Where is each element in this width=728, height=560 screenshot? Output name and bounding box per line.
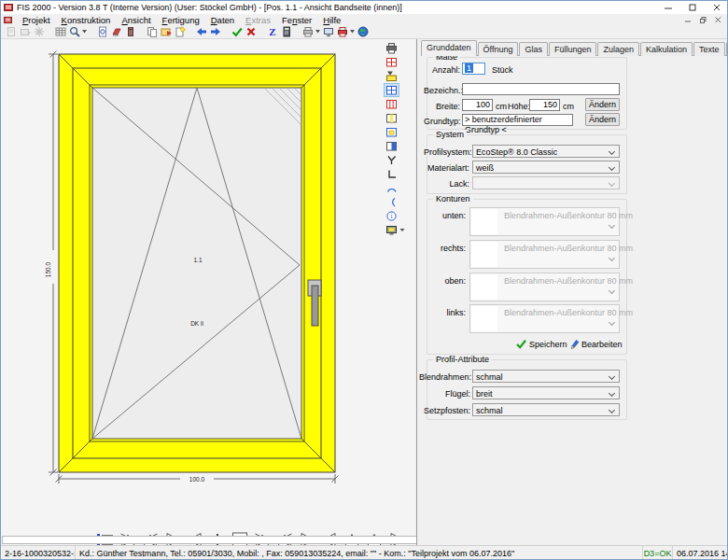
chevron-down-icon [609, 148, 615, 155]
profilsystem-select[interactable]: EcoStep® 8.0 Classic [472, 145, 620, 158]
open-position-icon[interactable] [18, 25, 32, 38]
grundtyp-label: Grundtyp: [424, 117, 460, 126]
kontur-links-select[interactable]: Blendrahmen-Außenkontur 80 mm [469, 304, 620, 333]
pane-half-blue-icon[interactable] [384, 139, 399, 153]
chevron-down-icon [609, 287, 615, 294]
menu-fenster[interactable]: Fenster [276, 15, 317, 25]
aendern-masse-button[interactable]: Ändern [585, 98, 620, 111]
menu-extras[interactable]: Extras [240, 15, 276, 25]
printer-red-dropdown-icon[interactable] [349, 25, 356, 38]
speichern-button[interactable]: Speichern [516, 339, 567, 349]
bearbeiten-button[interactable]: Bearbeiten [567, 339, 623, 349]
drawing-canvas[interactable]: 150.0 [1, 39, 415, 545]
menu-konstruktion[interactable]: Konstruktion [56, 15, 117, 25]
anzahl-input[interactable]: 1 [462, 63, 485, 75]
tab-kalkulation[interactable]: Kalkulation [640, 42, 693, 56]
menu-hilfe[interactable]: Hilfe [317, 15, 346, 25]
grundtyp-input[interactable]: > benutzerdefinierter Grundtyp < [462, 114, 573, 126]
status-position-id: 2-16-1000320532-1 [1, 546, 76, 560]
lack-select[interactable] [472, 176, 620, 189]
eraser-icon[interactable] [109, 25, 123, 38]
menu-fertigung[interactable]: Fertigung [157, 15, 205, 25]
arc-side-icon[interactable] [384, 195, 399, 209]
forward-arrow-icon[interactable] [208, 25, 222, 38]
new-document-icon[interactable] [173, 25, 187, 38]
tab-oeffnung[interactable]: Öffnung [478, 42, 519, 56]
tab-grunddaten[interactable]: Grunddaten [421, 40, 477, 56]
copy-icon[interactable] [145, 25, 159, 38]
profile-angle-icon[interactable] [384, 167, 399, 181]
mdi-restore-icon[interactable] [695, 15, 710, 25]
info-circle-icon[interactable]: i [384, 209, 399, 223]
plot-print-icon[interactable] [384, 41, 399, 55]
close-icon[interactable] [705, 1, 728, 14]
screen-view-icon[interactable] [321, 25, 335, 38]
chevron-down-icon [609, 373, 615, 380]
kontur-swatch [471, 274, 497, 300]
menu-ansicht[interactable]: Ansicht [116, 15, 156, 25]
svg-text:Z: Z [269, 26, 275, 37]
pane-yellow-box-icon[interactable] [384, 125, 399, 139]
screen-preview-icon[interactable] [384, 223, 399, 237]
table-view-icon[interactable] [53, 25, 67, 38]
materialart-select[interactable]: weiß [472, 161, 620, 174]
mdi-child-icon[interactable] [4, 16, 12, 24]
kontur-swatch [471, 242, 497, 267]
new-position-icon[interactable] [4, 25, 18, 38]
tab-zulagen[interactable]: Zulagen [597, 42, 639, 56]
mdi-close-icon[interactable] [710, 15, 725, 25]
printer-dropdown-icon[interactable] [315, 25, 321, 38]
hoehe-input[interactable]: 150 [529, 99, 560, 111]
kontur-unten-select[interactable]: Blendrahmen-Außenkontur 80 mm [469, 207, 620, 236]
cancel-x-icon[interactable] [244, 25, 258, 38]
delete-position-icon[interactable] [32, 25, 46, 38]
frame-red-cross-icon[interactable] [384, 55, 399, 69]
kontur-rechts-select[interactable]: Blendrahmen-Außenkontur 80 mm [469, 240, 620, 269]
breite-input[interactable]: 100 [462, 99, 493, 111]
fluegel-label: Flügel: [419, 389, 470, 399]
insert-position-icon[interactable] [384, 69, 399, 83]
window-drawing: 150.0 [1, 39, 415, 545]
print-preview-icon[interactable] [95, 25, 109, 38]
arc-top-icon[interactable] [384, 181, 399, 195]
dimension-height-label: 150.0 [45, 261, 51, 277]
status-datetime: 06.07.2016 14:04:26 [673, 546, 728, 560]
window-title: FIS 2000 - Version 3.8 T (Interne Versio… [17, 3, 656, 12]
printer-icon[interactable] [301, 25, 315, 38]
profile-section-icon[interactable] [384, 153, 399, 167]
menu-daten[interactable]: Daten [205, 15, 240, 25]
frame-blue-selected-icon[interactable] [384, 83, 399, 97]
calculator-icon[interactable] [279, 25, 293, 38]
tab-texte[interactable]: Texte [693, 42, 725, 56]
zoom-dropdown-icon[interactable] [81, 25, 88, 38]
tab-fuellungen[interactable]: Füllungen [549, 42, 597, 56]
svg-text:i: i [390, 212, 392, 220]
notes-icon[interactable] [123, 25, 137, 38]
kontur-oben-select[interactable]: Blendrahmen-Außenkontur 80 mm [469, 273, 620, 301]
chevron-down-icon [609, 164, 615, 171]
screen-preview-dropdown-icon[interactable] [399, 228, 405, 232]
tab-glas[interactable]: Glas [519, 42, 548, 56]
confirm-check-icon[interactable] [230, 25, 244, 38]
kontur-links-label: links: [424, 308, 466, 317]
maximize-icon[interactable] [680, 1, 705, 14]
minimize-icon[interactable] [656, 1, 680, 14]
pane-yellow-stripe-icon[interactable] [384, 111, 399, 125]
fluegel-select[interactable]: breit [472, 386, 620, 399]
menu-projekt[interactable]: Projekt [17, 15, 56, 25]
fis2000-window: FIS 2000 - Version 3.8 T (Interne Versio… [0, 0, 728, 560]
globe-icon[interactable] [356, 25, 370, 38]
setzpfosten-select[interactable]: schmal [472, 403, 620, 416]
opening-type-label: DK li [190, 320, 203, 327]
zoom-icon[interactable] [67, 25, 81, 38]
blendrahmen-select[interactable]: schmal [472, 370, 620, 383]
z-tool-icon[interactable]: Z [265, 25, 279, 38]
chevron-down-icon [609, 222, 615, 229]
paste-folder-icon[interactable] [159, 25, 173, 38]
printer-red-icon[interactable] [335, 25, 349, 38]
back-arrow-icon[interactable] [194, 25, 208, 38]
aendern-grundtyp-button[interactable]: Ändern [585, 113, 620, 126]
mdi-minimize-icon[interactable] [680, 15, 695, 25]
frame-red-panes-icon[interactable] [384, 97, 399, 111]
bezeichnung-input[interactable] [462, 83, 620, 95]
